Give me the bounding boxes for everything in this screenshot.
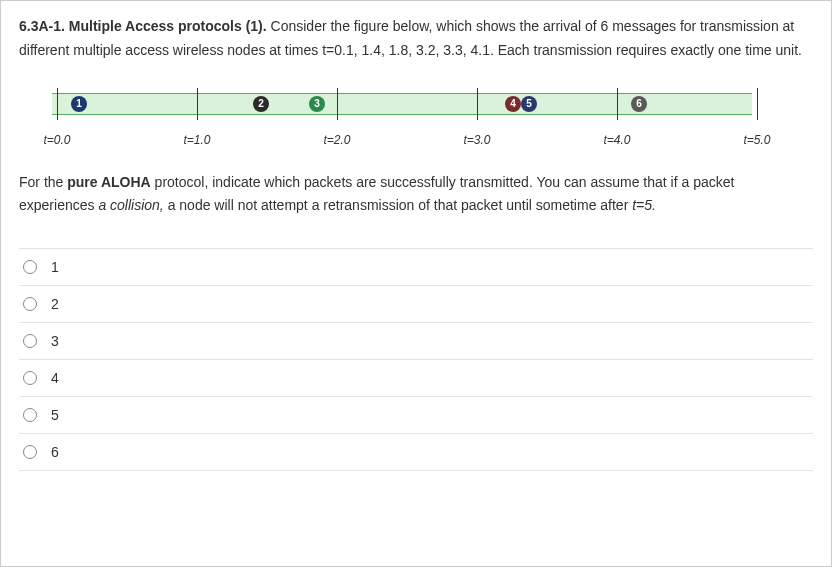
packet-6: 6 xyxy=(631,96,647,112)
tick-5 xyxy=(757,88,758,120)
instr-bold-aloha: pure ALOHA xyxy=(67,174,150,190)
tick-label-5: t=5.0 xyxy=(743,133,770,147)
timeline-figure: 1 2 3 4 5 6 xyxy=(29,85,749,125)
instr-part: a node will not attempt a retransmission… xyxy=(164,197,632,213)
packet-4: 4 xyxy=(505,96,521,112)
question-header: 6.3A-1. Multiple Access protocols (1). C… xyxy=(19,15,813,63)
tick-0 xyxy=(57,88,58,120)
packet-3: 3 xyxy=(309,96,325,112)
option-row-4[interactable]: 4 xyxy=(19,360,813,397)
option-label: 4 xyxy=(51,370,59,386)
tick-label-0: t=0.0 xyxy=(43,133,70,147)
packet-2: 2 xyxy=(253,96,269,112)
option-label: 3 xyxy=(51,333,59,349)
packet-1: 1 xyxy=(71,96,87,112)
instr-part: For the xyxy=(19,174,67,190)
question-number: 6.3A-1. xyxy=(19,18,65,34)
radio-icon[interactable] xyxy=(23,371,37,385)
option-label: 5 xyxy=(51,407,59,423)
radio-icon[interactable] xyxy=(23,408,37,422)
tick-label-3: t=3.0 xyxy=(463,133,490,147)
option-row-2[interactable]: 2 xyxy=(19,286,813,323)
timeline-labels: t=0.0 t=1.0 t=2.0 t=3.0 t=4.0 t=5.0 xyxy=(29,133,749,151)
option-row-3[interactable]: 3 xyxy=(19,323,813,360)
radio-icon[interactable] xyxy=(23,260,37,274)
packet-5: 5 xyxy=(521,96,537,112)
tick-1 xyxy=(197,88,198,120)
option-label: 2 xyxy=(51,296,59,312)
option-row-5[interactable]: 5 xyxy=(19,397,813,434)
tick-label-2: t=2.0 xyxy=(323,133,350,147)
tick-3 xyxy=(477,88,478,120)
timeline-band xyxy=(52,93,752,115)
question-title: Multiple Access protocols (1). xyxy=(69,18,267,34)
tick-label-1: t=1.0 xyxy=(183,133,210,147)
option-row-6[interactable]: 6 xyxy=(19,434,813,471)
options-list: 1 2 3 4 5 6 xyxy=(19,248,813,471)
tick-2 xyxy=(337,88,338,120)
radio-icon[interactable] xyxy=(23,334,37,348)
option-label: 6 xyxy=(51,444,59,460)
instr-em-collision: a collision, xyxy=(98,197,163,213)
radio-icon[interactable] xyxy=(23,445,37,459)
question-container: 6.3A-1. Multiple Access protocols (1). C… xyxy=(0,0,832,567)
instr-em-t5: t=5. xyxy=(632,197,656,213)
instruction-text: For the pure ALOHA protocol, indicate wh… xyxy=(19,171,813,219)
radio-icon[interactable] xyxy=(23,297,37,311)
option-label: 1 xyxy=(51,259,59,275)
tick-label-4: t=4.0 xyxy=(603,133,630,147)
option-row-1[interactable]: 1 xyxy=(19,248,813,286)
tick-4 xyxy=(617,88,618,120)
